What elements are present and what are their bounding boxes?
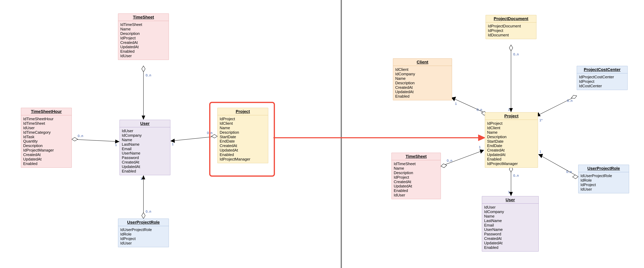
entity-attr: Password — [484, 232, 536, 236]
entity-title: User — [482, 196, 538, 204]
svg-line-15 — [454, 99, 487, 114]
card-r-user-many: 0..n — [513, 174, 519, 178]
entity-attr: Name — [395, 76, 450, 81]
entity-attr: IdUser — [120, 241, 166, 245]
svg-line-24 — [541, 156, 578, 177]
card-r-client-one: 1 — [455, 102, 457, 106]
entity-attr: IdCompany — [122, 133, 168, 138]
panel-divider — [341, 0, 342, 268]
entity-attr: Name — [220, 126, 266, 130]
entity-attr: IdUser — [122, 129, 168, 133]
entity-attr: Name — [122, 138, 168, 142]
entity-attr: IdProject — [579, 79, 625, 84]
entity-attr: IdCompany — [395, 72, 450, 76]
entity-attr: UpdatedAt — [395, 90, 450, 94]
card-r-pcc-many: 0..n — [567, 99, 572, 103]
entity-attr: IdTimeSheetHour — [23, 117, 70, 121]
entity-attrs: IdClientIdCompanyNameDescriptionCreatedA… — [393, 66, 452, 100]
entity-attr: Quantity — [23, 139, 70, 144]
card-r-pcc-onestar: 1* — [540, 118, 542, 122]
entity-attr: IdUser — [580, 187, 627, 192]
entity-attr: IdProjectManager — [487, 162, 536, 166]
entity-title: ProjectDocument — [486, 15, 536, 23]
svg-marker-23 — [480, 150, 484, 154]
entity-attr: IdClient — [220, 121, 266, 126]
entity-attr: CreatedAt — [394, 180, 438, 184]
entity-title: Project — [485, 112, 538, 120]
entity-attr: IdTimeSheet — [23, 121, 70, 126]
entity-attr: CreatedAt — [484, 236, 536, 241]
entity-attr: CreatedAt — [120, 40, 166, 45]
entity-left-userprojectrole: UserProjectRole IdUserProjectRoleIdRoleI… — [118, 219, 169, 247]
entity-attr: StartDate — [220, 135, 266, 139]
entity-attr: Name — [484, 214, 536, 219]
entity-attr: IdUser — [394, 193, 438, 197]
entity-attrs: IdUserProjectRoleIdRoleIdProjectIdUser — [578, 172, 629, 193]
entity-attr: EndDate — [220, 139, 266, 144]
entity-attr: Name — [487, 130, 536, 135]
card-r-pd-many: 0..n — [513, 52, 519, 56]
entity-attr: Name — [120, 27, 166, 32]
entity-attr: Password — [122, 156, 168, 160]
entity-attr: IdCostCenter — [579, 84, 625, 88]
card-r-upr-many: 0..n — [566, 170, 572, 174]
entity-attr: EndDate — [487, 144, 536, 148]
entity-attr: IdTimeSheet — [120, 23, 166, 27]
svg-marker-1 — [142, 66, 145, 72]
card-r-client-many: 0..n — [477, 108, 482, 112]
card-r-user-one: 1 — [508, 190, 510, 194]
svg-marker-22 — [441, 164, 447, 168]
entity-attr: CreatedAt — [23, 153, 70, 157]
entity-attr: Enabled — [394, 189, 438, 193]
entity-attr: IdRole — [120, 232, 166, 236]
entity-title: Project — [218, 108, 268, 115]
entity-attr: Enabled — [487, 157, 536, 162]
entity-right-user: User IdUserIdCompanyNameLastNameEmailUse… — [482, 196, 539, 251]
entity-attr: Enabled — [484, 245, 536, 250]
entity-title: UserProjectRole — [118, 219, 169, 226]
entity-attr: Email — [122, 147, 168, 151]
entity-attrs: IdUserIdCompanyNameLastNameEmailUserName… — [482, 204, 538, 251]
entity-attr: IdProjectManager — [23, 148, 70, 153]
entity-attr: IdTimeSheet — [394, 162, 438, 166]
svg-marker-10 — [142, 213, 145, 219]
entity-attrs: IdUserProjectRoleIdRoleIdProjectIdUser — [118, 226, 169, 247]
entity-attr: UpdatedAt — [220, 148, 266, 153]
entity-attr: Name — [394, 166, 438, 171]
entity-attr: IdProjectDocument — [488, 24, 534, 29]
card-left-tsh-one: 1 — [115, 143, 117, 147]
card-left-upr-many: 0..n — [146, 210, 151, 213]
entity-attr: CreatedAt — [220, 144, 266, 148]
svg-marker-30 — [478, 135, 486, 141]
card-r-pd-one: 1 — [508, 108, 510, 112]
entity-attr: IdUser — [120, 54, 166, 58]
card-left-tsh-many: 0..n — [78, 134, 83, 138]
entity-attr: CreatedAt — [487, 148, 536, 153]
svg-marker-4 — [72, 138, 78, 141]
entity-attr: Description — [394, 171, 438, 175]
svg-marker-13 — [509, 45, 513, 51]
entity-title: ProjectCostCenter — [577, 66, 628, 73]
entity-attr: IdProject — [580, 183, 627, 187]
entity-left-timesheethour: TimeSheetHour IdTimeSheetHourIdTimeSheet… — [21, 108, 72, 168]
entity-attr: IdTimeCategory — [23, 130, 70, 135]
entity-attr: UserName — [484, 227, 536, 232]
entity-attr: Email — [484, 223, 536, 228]
entity-attr: IdProjectManager — [220, 157, 266, 162]
entity-attr: IdUser — [23, 126, 70, 130]
entity-right-project: Project IdProjectIdClientNameDescription… — [485, 112, 538, 168]
entity-title: Client — [393, 59, 452, 66]
card-left-ts-many: 0..n — [146, 73, 151, 77]
card-left-upr-one: 1 — [140, 177, 142, 181]
entity-attrs: IdProjectDocumentIdProjectIdDocument — [486, 23, 536, 39]
entity-attr: IdUser — [484, 205, 536, 210]
entity-left-timesheet: TimeSheet IdTimeSheetNameDescriptionIdPr… — [118, 14, 169, 60]
entity-attr: IdProjectCostCenter — [579, 75, 625, 79]
entity-attr: IdProject — [394, 175, 438, 180]
svg-marker-2 — [142, 115, 145, 120]
entity-attrs: IdProjectCostCenterIdProjectIdCostCenter — [577, 73, 628, 90]
entity-right-projectdocument: ProjectDocument IdProjectDocumentIdProje… — [486, 15, 536, 39]
entity-right-projectcostcenter: ProjectCostCenter IdProjectCostCenterIdP… — [577, 66, 628, 90]
entity-attr: Description — [395, 81, 450, 85]
entity-attr: UpdatedAt — [120, 45, 166, 49]
